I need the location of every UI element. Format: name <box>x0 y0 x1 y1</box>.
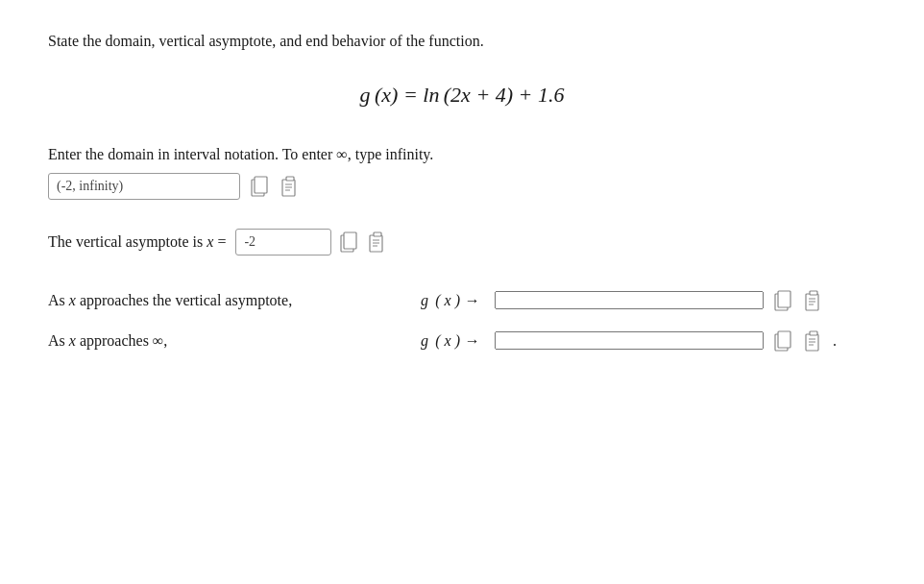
behavior-row1-copy-icon[interactable] <box>771 289 794 312</box>
instruction-text: State the domain, vertical asymptote, an… <box>48 29 876 54</box>
page-container: State the domain, vertical asymptote, an… <box>48 29 876 353</box>
svg-rect-1 <box>255 177 267 193</box>
asymptote-input[interactable] <box>235 229 331 256</box>
domain-input[interactable] <box>48 173 240 200</box>
domain-copy-icon[interactable] <box>248 175 271 198</box>
svg-rect-10 <box>374 232 381 236</box>
behavior-row2-period: . <box>833 332 837 350</box>
svg-rect-3 <box>286 177 294 181</box>
asymptote-paste-icon[interactable] <box>366 231 389 254</box>
behavior-row2-input[interactable] <box>495 331 764 350</box>
domain-paste-icon[interactable] <box>279 175 302 198</box>
svg-rect-24 <box>810 331 817 335</box>
behavior-row-2: As x approaches ∞, g (x) → <box>48 329 876 353</box>
asymptote-copy-icon[interactable] <box>337 231 360 254</box>
domain-section: Enter the domain in interval notation. T… <box>48 146 876 200</box>
behavior-row1-label: As x approaches the vertical asymptote, <box>48 292 413 309</box>
behavior-row2-paste-icon[interactable] <box>802 329 825 353</box>
svg-rect-15 <box>778 291 790 307</box>
behavior-row1-paste-icon[interactable] <box>802 289 825 312</box>
behavior-row2-math: g (x) → <box>421 332 479 350</box>
function-g: g <box>360 83 371 107</box>
behavior-row1-input[interactable] <box>495 291 764 309</box>
function-display: g (x) = ln (2x + 4) + 1.6 <box>48 83 876 108</box>
asymptote-section: The vertical asymptote is x = <box>48 229 876 256</box>
behavior-section: As x approaches the vertical asymptote, … <box>48 289 876 353</box>
behavior-row2-label: As x approaches ∞, <box>48 332 413 350</box>
behavior-row-1: As x approaches the vertical asymptote, … <box>48 289 876 312</box>
behavior-row2-copy-icon[interactable] <box>771 329 794 353</box>
svg-rect-8 <box>344 232 356 249</box>
asymptote-label: The vertical asymptote is x = <box>48 233 230 251</box>
svg-rect-17 <box>810 291 817 295</box>
function-x: x <box>381 83 391 107</box>
behavior-row1-math: g (x) → <box>421 292 479 309</box>
svg-rect-22 <box>778 331 790 348</box>
domain-label: Enter the domain in interval notation. T… <box>48 146 876 163</box>
